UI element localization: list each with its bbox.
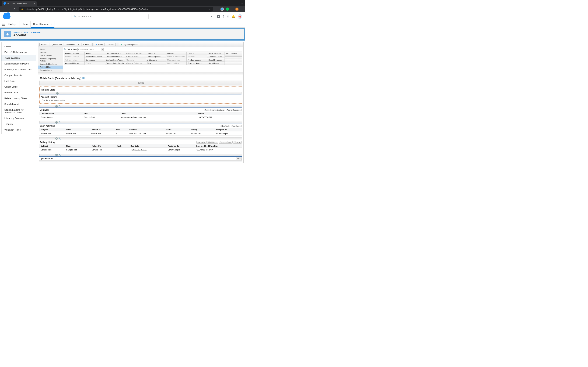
palette-category[interactable]: Report Charts	[38, 69, 63, 72]
palette-category[interactable]: Buttons	[38, 51, 63, 54]
palette-item[interactable]: Contact Point Emails	[105, 62, 125, 65]
palette-item[interactable]: Orders	[187, 52, 207, 55]
palette-item[interactable]: Opportunities	[166, 62, 187, 65]
extensions-puzzle-icon[interactable]: ✦	[231, 8, 233, 11]
chrome-window-menu-icon[interactable]: ⌄	[239, 1, 245, 6]
clear-search-icon[interactable]: ✕	[101, 48, 104, 51]
favorites-button[interactable]: ★▾	[210, 15, 214, 18]
app-launcher-icon[interactable]	[2, 23, 5, 26]
sidebar-item-details[interactable]: Details	[1, 43, 36, 49]
palette-item[interactable]: Contacts	[125, 58, 146, 61]
global-search[interactable]: 🔍	[72, 14, 148, 19]
palette-category[interactable]: Fields	[38, 48, 63, 51]
info-icon[interactable]: ⓘ	[216, 8, 218, 11]
palette-item[interactable]: Contracts	[146, 52, 166, 55]
palette-item[interactable]: Account History	[64, 55, 84, 58]
palette-item[interactable]: Notes & Attachments	[166, 55, 187, 58]
palette-item[interactable]: Campaigns	[85, 58, 105, 61]
palette-item[interactable]: Partners	[187, 55, 207, 58]
palette-item[interactable]: Work Orders	[225, 52, 242, 57]
sidebar-item-hierarchy-columns[interactable]: Hierarchy Columns	[1, 115, 36, 121]
related-lists-dropzone[interactable]: Related Lists − Account History This lis…	[39, 86, 242, 104]
block-drag-handle[interactable]: − 🔧	[39, 154, 242, 156]
sidebar-item-related-lookup-filters[interactable]: Related Lookup Filters	[1, 95, 36, 101]
action-button[interactable]: Mail Merge	[207, 141, 218, 144]
back-icon[interactable]: ←	[2, 8, 5, 11]
palette-item[interactable]: Groups	[166, 52, 187, 55]
new-tab-button[interactable]: +	[37, 2, 42, 6]
related-list-account-history[interactable]: Account History This list is not customi…	[40, 95, 242, 102]
palette-category[interactable]: Quick Actions	[38, 54, 63, 57]
palette-item[interactable]: Contact Point Phones	[125, 52, 146, 55]
sidebar-item-compact-layouts[interactable]: Compact Layouts	[1, 72, 36, 78]
star-icon[interactable]: ☆	[209, 8, 211, 10]
action-button[interactable]: View All	[233, 141, 242, 144]
wrench-icon[interactable]: 🔧	[59, 154, 61, 156]
palette-item[interactable]: Open Activities	[166, 58, 187, 61]
palette-item[interactable]: Contact Point Add...	[105, 58, 125, 61]
sidebar-item-object-limits[interactable]: Object Limits	[1, 84, 36, 90]
palette-category[interactable]: Mobile & Lightning Actions	[38, 57, 63, 62]
wrench-icon[interactable]: 🔧	[59, 137, 61, 140]
block-drag-handle[interactable]: − 🔧	[39, 137, 242, 140]
info-icon[interactable]: i	[82, 77, 85, 79]
remove-icon[interactable]: −	[55, 105, 58, 108]
nav-tab-home[interactable]: Home	[19, 21, 31, 27]
layout-properties-button[interactable]: ▦Layout Properties	[119, 43, 140, 46]
breadcrumb-object-manager[interactable]: OBJECT MANAGER	[23, 31, 41, 33]
palette-item[interactable]: Account Brands	[64, 52, 84, 55]
sidebar-item-fields-relationships[interactable]: Fields & Relationships	[1, 49, 36, 55]
search-input[interactable]	[78, 15, 146, 18]
close-tab-icon[interactable]: ×	[34, 2, 35, 5]
sidebar-item-validation-rules[interactable]: Validation Rules	[1, 127, 36, 133]
profile-avatar-icon[interactable]	[235, 8, 239, 11]
action-button[interactable]: New Task	[220, 125, 230, 127]
palette-item[interactable]: Assets	[85, 52, 105, 55]
sidebar-item-field-sets[interactable]: Field Sets	[1, 78, 36, 84]
remove-icon[interactable]: −	[55, 137, 58, 140]
palette-item[interactable]: Social Personas	[207, 58, 225, 61]
address-bar[interactable]: 🔒 site-velocity-84332.lightning.force.co…	[18, 7, 213, 12]
palette-item[interactable]: Cases	[85, 62, 105, 65]
sidebar-item-buttons-links-and-actions[interactable]: Buttons, Links, and Actions	[1, 67, 36, 72]
extension-icon[interactable]	[221, 8, 224, 11]
wrench-icon[interactable]: 🔧	[59, 121, 61, 124]
quick-save-button[interactable]: Quick Save	[50, 43, 63, 46]
browser-tab[interactable]: Account | Salesforce ×	[2, 1, 37, 6]
user-avatar-icon[interactable]: 🐙	[238, 14, 242, 19]
remove-icon[interactable]: −	[55, 154, 58, 156]
related-list-activity-history[interactable]: Activity History Log a CallMail MergeSen…	[39, 140, 242, 152]
palette-item[interactable]: Provided Assets	[187, 62, 207, 65]
action-button[interactable]: Log a Call	[196, 141, 207, 144]
block-drag-handle[interactable]: − 🔧	[39, 105, 242, 107]
palette-item[interactable]: Entitlements	[146, 58, 166, 61]
help-icon[interactable]: ?	[223, 15, 224, 18]
related-list-opportunities[interactable]: Opportunities New	[39, 156, 242, 162]
salesforce-logo-icon[interactable]	[3, 14, 10, 19]
cancel-button[interactable]: Cancel	[82, 43, 91, 46]
block-drag-handle[interactable]: − 🔧	[39, 121, 242, 123]
palette-item[interactable]: Associated Locations	[85, 55, 105, 58]
palette-item[interactable]: Social Posts	[207, 62, 225, 65]
palette-item[interactable]: Files	[146, 62, 166, 65]
palette-item[interactable]: Communication Sub...	[105, 52, 125, 55]
kebab-menu-icon[interactable]: ⋮	[241, 8, 243, 11]
sidebar-item-lightning-record-pages[interactable]: Lightning Record Pages	[1, 61, 36, 67]
palette-item[interactable]: Contact Roles	[125, 55, 146, 58]
sidebar-item-page-layouts[interactable]: Page Layouts	[1, 55, 36, 61]
action-button[interactable]: New Event	[231, 125, 242, 127]
extension-icon[interactable]	[226, 8, 229, 11]
palette-item[interactable]: Product Usages	[187, 58, 207, 61]
palette-item[interactable]: Serviced Assets	[207, 55, 225, 58]
reload-icon[interactable]: ⟳	[13, 8, 16, 11]
undo-button[interactable]: ↶Undo	[94, 43, 104, 46]
action-button[interactable]: New	[204, 109, 210, 111]
remove-icon[interactable]: −	[55, 121, 58, 124]
nav-tab-object-manager[interactable]: Object Manager⌄	[31, 21, 54, 28]
action-button[interactable]: Merge Contacts	[210, 109, 225, 111]
wrench-icon[interactable]: 🔧	[59, 105, 61, 108]
global-add-icon[interactable]: ＋	[217, 15, 220, 18]
preview-as-button[interactable]: Preview As...▼	[64, 43, 81, 46]
mobile-card-twitter[interactable]: Twitter	[39, 81, 242, 85]
action-button[interactable]: Send an Email	[219, 141, 233, 144]
